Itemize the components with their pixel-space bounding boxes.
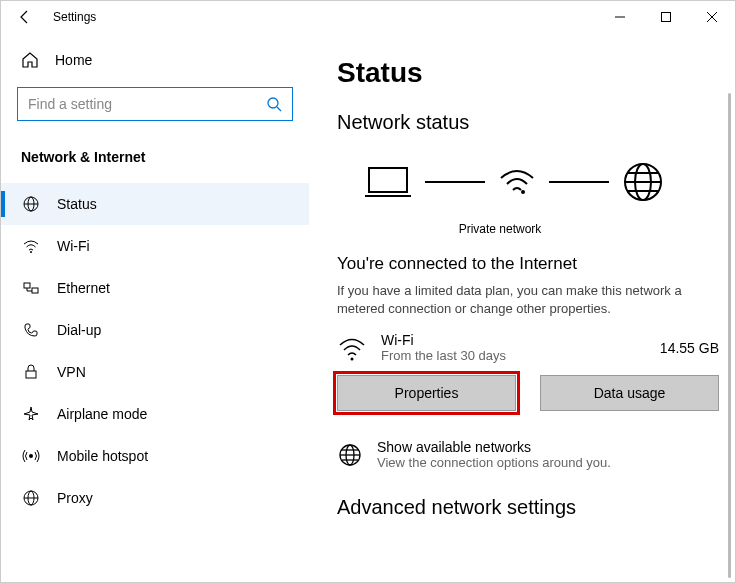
- sidebar-item-label: Wi-Fi: [57, 238, 90, 254]
- svg-point-25: [351, 357, 354, 360]
- wifi-usage: 14.55 GB: [660, 340, 719, 356]
- home-label: Home: [55, 52, 92, 68]
- sidebar-item-dialup[interactable]: Dial-up: [1, 309, 309, 351]
- sidebar-item-vpn[interactable]: VPN: [1, 351, 309, 393]
- sidebar-item-wifi[interactable]: Wi-Fi: [1, 225, 309, 267]
- wifi-usage-row: Wi-Fi From the last 30 days 14.55 GB: [337, 332, 735, 363]
- connected-title: You're connected to the Internet: [337, 254, 735, 274]
- page-title: Status: [337, 57, 735, 89]
- maximize-button[interactable]: [643, 1, 689, 33]
- svg-rect-1: [662, 13, 671, 22]
- sidebar-item-status[interactable]: Status: [1, 183, 309, 225]
- sidebar: Home Network & Internet Status Wi-Fi Eth…: [1, 33, 309, 582]
- svg-rect-12: [26, 371, 36, 378]
- svg-rect-10: [24, 283, 30, 288]
- home-nav[interactable]: Home: [1, 41, 309, 79]
- available-title: Show available networks: [377, 439, 611, 455]
- airplane-icon: [22, 405, 40, 423]
- sidebar-item-label: VPN: [57, 364, 86, 380]
- back-button[interactable]: [9, 1, 41, 33]
- sidebar-item-label: Ethernet: [57, 280, 110, 296]
- arrow-left-icon: [17, 9, 33, 25]
- network-status-heading: Network status: [337, 111, 735, 134]
- sidebar-item-proxy[interactable]: Proxy: [1, 477, 309, 519]
- svg-point-13: [29, 454, 33, 458]
- diagram-line: [425, 181, 485, 183]
- sidebar-item-ethernet[interactable]: Ethernet: [1, 267, 309, 309]
- globe-large-icon: [621, 160, 665, 204]
- wifi-icon: [337, 333, 367, 363]
- sidebar-item-label: Airplane mode: [57, 406, 147, 422]
- maximize-icon: [661, 12, 671, 22]
- sidebar-item-label: Status: [57, 196, 97, 212]
- hotspot-icon: [22, 447, 40, 465]
- svg-point-4: [268, 98, 278, 108]
- svg-point-19: [521, 190, 525, 194]
- globe-icon: [337, 442, 363, 468]
- svg-rect-11: [32, 288, 38, 293]
- computer-icon: [363, 162, 413, 202]
- wifi-icon: [22, 237, 40, 255]
- scrollbar[interactable]: [728, 93, 731, 578]
- wifi-name: Wi-Fi: [381, 332, 506, 348]
- show-available-networks[interactable]: Show available networks View the connect…: [337, 439, 735, 470]
- minimize-icon: [615, 12, 625, 22]
- connected-desc: If you have a limited data plan, you can…: [337, 282, 735, 318]
- diagram-line: [549, 181, 609, 183]
- ethernet-icon: [22, 279, 40, 297]
- advanced-heading: Advanced network settings: [337, 496, 735, 519]
- window-title: Settings: [53, 10, 96, 24]
- titlebar: Settings: [1, 1, 735, 33]
- search-box[interactable]: [17, 87, 293, 121]
- wifi-signal-icon: [497, 162, 537, 202]
- sidebar-item-label: Dial-up: [57, 322, 101, 338]
- svg-line-5: [277, 107, 281, 111]
- search-input[interactable]: [28, 96, 266, 112]
- svg-rect-17: [369, 168, 407, 192]
- home-icon: [21, 51, 39, 69]
- data-usage-button[interactable]: Data usage: [540, 375, 719, 411]
- minimize-button[interactable]: [597, 1, 643, 33]
- network-diagram: [337, 152, 735, 212]
- diagram-label: Private network: [337, 222, 637, 236]
- sidebar-item-label: Proxy: [57, 490, 93, 506]
- available-sub: View the connection options around you.: [377, 455, 611, 470]
- properties-button[interactable]: Properties: [337, 375, 516, 411]
- proxy-icon: [22, 489, 40, 507]
- main-panel: Status Network status Private network Yo…: [309, 33, 735, 582]
- search-icon: [266, 96, 282, 112]
- section-title: Network & Internet: [1, 137, 309, 183]
- dialup-icon: [22, 321, 40, 339]
- sidebar-item-label: Mobile hotspot: [57, 448, 148, 464]
- vpn-icon: [22, 363, 40, 381]
- wifi-sub: From the last 30 days: [381, 348, 506, 363]
- close-button[interactable]: [689, 1, 735, 33]
- sidebar-item-airplane[interactable]: Airplane mode: [1, 393, 309, 435]
- close-icon: [707, 12, 717, 22]
- svg-point-9: [30, 251, 32, 253]
- sidebar-item-hotspot[interactable]: Mobile hotspot: [1, 435, 309, 477]
- globe-icon: [22, 195, 40, 213]
